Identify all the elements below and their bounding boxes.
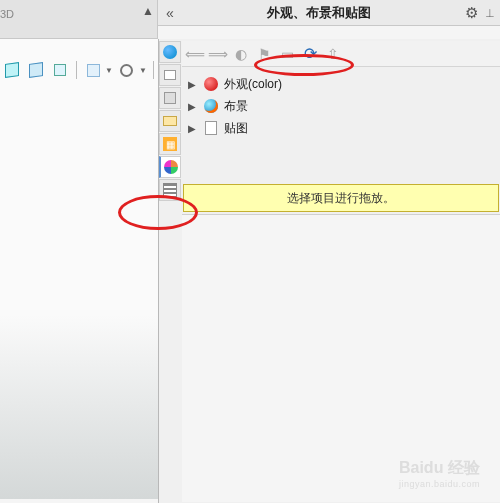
panel-title: 外观、布景和贴图 [174, 4, 465, 22]
tree-item-decals[interactable]: ▶ 贴图 [182, 117, 500, 139]
nav-toolbar: ⟸ ⟹ ◐ ⚑ ▭ ⟳ ⇧ [182, 41, 500, 67]
nav-folder-icon[interactable]: ▭ [278, 45, 296, 63]
sheet-icon [203, 120, 219, 136]
side-tab-strip: ▦ [159, 41, 181, 201]
viewport-top-bar: 3D ▲ [0, 0, 158, 39]
chevron-down-icon[interactable]: ▼ [105, 66, 113, 75]
drop-hint-box: 选择项目进行拖放。 [183, 184, 499, 212]
toolbar-separator [153, 61, 154, 79]
scroll-up-caret[interactable]: ▲ [141, 4, 155, 18]
tree-item-label: 贴图 [224, 120, 248, 137]
tab-properties[interactable] [159, 179, 181, 201]
viewport-background [0, 39, 158, 499]
collapse-button[interactable]: « [158, 5, 174, 21]
panel-header-bar: « 外观、布景和贴图 ⚙ ⟂ [158, 0, 500, 26]
tab-resources[interactable] [159, 41, 181, 63]
tab-appearances[interactable] [159, 156, 181, 178]
tab-files[interactable] [159, 110, 181, 132]
tree-item-appearance[interactable]: ▶ 外观(color) [182, 73, 500, 95]
nav-back-icon[interactable]: ⟸ [186, 45, 204, 63]
nav-up-icon[interactable]: ⇧ [324, 45, 342, 63]
tool-surfaces-icon[interactable] [50, 60, 70, 80]
chevron-down-icon[interactable]: ▼ [139, 66, 147, 75]
tool-view-icon[interactable] [117, 60, 137, 80]
pin-icon[interactable]: ⟂ [480, 5, 500, 20]
tree-item-label: 布景 [224, 98, 248, 115]
watermark: Baidu 经验 jingyan.baidu.com [399, 458, 480, 489]
tool-display-icon[interactable] [83, 60, 103, 80]
gear-icon[interactable]: ⚙ [465, 4, 480, 22]
toolbar-separator [76, 61, 77, 79]
expand-icon[interactable]: ▶ [188, 101, 198, 112]
tree-item-label: 外观(color) [224, 76, 282, 93]
nav-flagged-icon[interactable]: ⚑ [255, 45, 273, 63]
watermark-url: jingyan.baidu.com [399, 479, 480, 489]
task-pane: ▦ ⟸ ⟹ ◐ ⚑ ▭ ⟳ ⇧ ▶ 外观(color) ▶ 布景 ▶ 贴图 选择… [158, 39, 500, 503]
watermark-brand: Baidu 经验 [399, 459, 480, 476]
viewport-label: 3D [0, 8, 14, 20]
tool-feature-icon[interactable] [26, 60, 46, 80]
scene-icon [203, 98, 219, 114]
redball-icon [203, 76, 219, 92]
refresh-icon[interactable]: ⟳ [301, 45, 319, 63]
nav-globe-icon[interactable]: ◐ [232, 45, 250, 63]
appearance-tree: ▶ 外观(color) ▶ 布景 ▶ 贴图 [182, 69, 500, 143]
tab-view-palette[interactable]: ▦ [159, 133, 181, 155]
drop-hint-text: 选择项目进行拖放。 [287, 190, 395, 207]
tab-design[interactable] [159, 87, 181, 109]
nav-forward-icon[interactable]: ⟹ [209, 45, 227, 63]
expand-icon[interactable]: ▶ [188, 123, 198, 134]
tool-sketch-icon[interactable] [2, 60, 22, 80]
tab-home[interactable] [159, 64, 181, 86]
expand-icon[interactable]: ▶ [188, 79, 198, 90]
tree-item-scenes[interactable]: ▶ 布景 [182, 95, 500, 117]
